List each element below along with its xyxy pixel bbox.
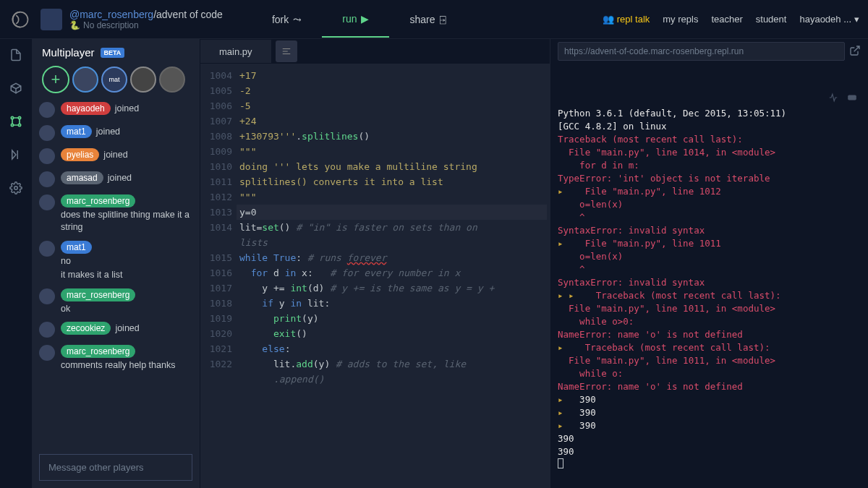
multiplayer-panel: Multiplayer BETA + mat hayaodehjoinedmat… [32,39,200,488]
teacher-link[interactable]: teacher [711,14,742,25]
activity-feed: hayaodehjoinedmat1joinedpyeliasjoinedama… [39,102,192,448]
owner-link[interactable]: @marc_rosenberg [69,9,153,20]
header-actions: fork ⤳ run ▶ share ⍈ [252,1,466,38]
user-avatar[interactable] [72,67,98,93]
code-area[interactable]: 1004100510061007100810091010101110121013… [200,64,550,488]
python-icon: 🐍 [69,20,80,30]
user-pill[interactable]: pyelias [61,148,99,161]
term-line: ^ [558,211,861,224]
term-line: Python 3.6.1 (default, Dec 2015, 13:05:1… [558,107,861,120]
joined-label: joined [115,323,139,333]
file-tab[interactable]: main.py [200,40,271,63]
url-input[interactable] [558,42,845,61]
multiplayer-header: Multiplayer BETA [39,46,192,59]
user-pill[interactable]: marc_rosenberg [61,288,135,301]
repl-name-text: advent of code [156,9,223,20]
user-pill[interactable]: hayaodeh [61,102,111,115]
feed-avatar [39,194,55,210]
feed-item: hayaodehjoined [39,102,192,118]
header-right: 👥repl talk my repls teacher student haya… [603,14,859,25]
feed-item: marc_rosenbergdoes the splitline thing m… [39,194,192,234]
editor-area: main.py 10041005100610071008100910101011… [200,39,550,488]
term-line: [GCC 4.8.2] on linux [558,120,861,133]
joined-label: joined [96,127,120,137]
term-line: ▸ ▸ Traceback (most recent call last): [558,289,861,302]
message-input[interactable]: Message other players [39,454,192,481]
joined-label: joined [103,150,127,160]
feed-item: amasadjoined [39,171,192,187]
term-line: ▸ 390 [558,419,861,432]
user-pill[interactable]: mat1 [61,125,92,138]
term-line: NameError: name 'o' is not defined [558,328,861,341]
editor-tabs: main.py [200,39,550,64]
clear-icon[interactable] [845,93,859,106]
terminal-output[interactable]: Python 3.6.1 (default, Dec 2015, 13:05:1… [550,64,868,488]
term-line: TypeError: 'int' object is not iterable [558,172,861,185]
repl-talk-link[interactable]: 👥repl talk [603,14,650,25]
feed-avatar [39,345,55,361]
svg-point-3 [11,124,13,126]
settings-icon[interactable] [7,179,25,197]
term-line: ^ [558,263,861,276]
term-line: File "main.py", line 1014, in <module> [558,146,861,159]
feed-item: pyeliasjoined [39,148,192,164]
run-button[interactable]: run ▶ [322,1,389,38]
files-icon[interactable] [7,46,25,64]
packages-icon[interactable] [7,80,25,97]
header: @marc_rosenberg/advent of code 🐍 No desc… [0,0,868,39]
user-pill[interactable]: marc_rosenberg [61,345,135,358]
open-external-icon[interactable] [849,45,861,59]
people-icon: 👥 [603,14,614,25]
share-icon: ⍈ [440,14,446,25]
repl-description: 🐍 No description [69,20,223,30]
user-pill[interactable]: mat1 [61,241,92,254]
add-user-button[interactable]: + [42,66,69,93]
term-line: for d in m: [558,159,861,172]
feed-avatar [39,171,55,187]
feed-item: mat1joined [39,125,192,141]
code-content[interactable]: +17-2-5+24+130793'''.splitlines()"""doin… [239,64,550,488]
fork-icon: ⤳ [293,14,302,25]
term-line: ▸ File "main.py", line 1011 [558,237,861,250]
share-button[interactable]: share ⍈ [389,1,465,38]
user-menu[interactable]: hayaodeh ... ▾ [799,14,859,25]
fork-button[interactable]: fork ⤳ [252,1,322,38]
term-line: SyntaxError: invalid syntax [558,276,861,289]
term-line: File "main.py", line 1011, in <module> [558,302,861,315]
term-line: File "main.py", line 1011, in <module> [558,354,861,367]
multiplayer-icon[interactable] [7,113,25,130]
user-avatar[interactable] [159,67,185,93]
replit-logo[interactable] [9,8,32,31]
user-pill[interactable]: marc_rosenberg [61,194,135,207]
feed-message: does the splitline thing make it a strin… [61,209,192,234]
user-pill[interactable]: amasad [61,171,103,184]
indent-toggle[interactable] [276,40,297,62]
user-avatar[interactable]: mat [101,67,127,93]
my-repls-link[interactable]: my repls [663,14,698,25]
feed-item: marc_rosenbergok [39,288,192,315]
svg-point-1 [11,116,13,119]
term-line: o=len(x) [558,198,861,211]
term-line: NameError: name 'o' is not defined [558,380,861,393]
user-avatar[interactable] [130,67,156,93]
feed-item: mat1noit makes it a list [39,241,192,281]
term-line: 390 [558,432,861,445]
chevron-down-icon: ▾ [854,14,859,25]
svg-point-4 [18,124,20,126]
term-line: Traceback (most recent call last): [558,133,861,146]
feed-item: zecookiezjoined [39,322,192,338]
feed-message: comments really help thanks [61,359,175,372]
user-pill[interactable]: zecookiez [61,322,111,335]
terminal-controls [827,93,859,106]
owner-avatar[interactable] [41,9,62,30]
joined-label: joined [115,103,139,114]
term-line: while o: [558,367,861,380]
feed-message: no [61,255,122,267]
term-line: 390 [558,445,861,458]
repl-title-block: @marc_rosenberg/advent of code 🐍 No desc… [69,9,223,30]
expand-icon[interactable] [827,93,839,106]
debugger-icon[interactable] [7,146,25,163]
play-icon: ▶ [361,13,369,25]
student-link[interactable]: student [756,14,787,25]
term-line: ▸ 390 [558,406,861,419]
